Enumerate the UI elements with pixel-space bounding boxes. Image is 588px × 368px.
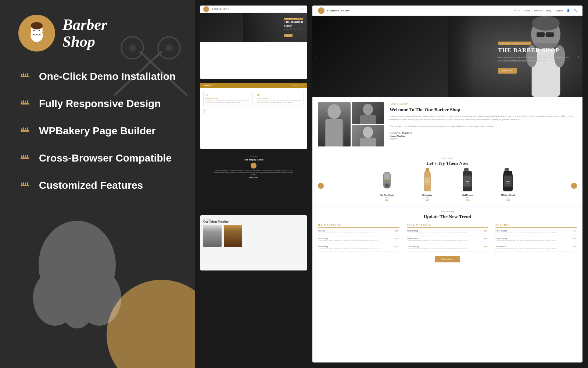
product-price-new-4: $38 bbox=[490, 199, 527, 202]
pricing-col-hair: HAIR STYLING Hair Cut Lorem ipsum is sim… bbox=[318, 223, 399, 253]
pricing-desc-shaving-3: Lorem ipsum is simply dummy text of the … bbox=[495, 248, 556, 250]
hero-sm: CHOOSE YOUR STYLE THE BARBERSHOP Lorem i… bbox=[200, 13, 307, 42]
pricing-item-hair-2: Hair Styling Lorem ipsum is simply dummy… bbox=[318, 237, 399, 244]
shop-products-list: ‹ bbox=[318, 170, 577, 202]
svg-point-41 bbox=[532, 16, 560, 31]
pricing-desc-hair-1: Lorem ipsum is simply dummy text of the … bbox=[318, 232, 379, 234]
svg-point-11 bbox=[31, 22, 43, 29]
screenshot-team: Our Experts Our Talent Member bbox=[200, 215, 307, 270]
svg-point-12 bbox=[33, 30, 35, 31]
logo-area: Barber Shop bbox=[18, 15, 180, 52]
pricing-name-shaving-3: White Facial bbox=[495, 245, 506, 248]
team-heading: Our Talent Member bbox=[203, 220, 304, 223]
preview-scroll-area[interactable]: CHOOSE YOUR STYLE THE BARBER SHOP There … bbox=[312, 16, 582, 362]
pricing-item-hair-3: Hair Tinting Lorem ipsum is simply dummy… bbox=[318, 245, 399, 252]
feature-item-browser: Cross-Browser Compatible bbox=[18, 152, 180, 165]
svg-rect-36 bbox=[23, 182, 24, 185]
nav-logo-text: BARBER SHOP bbox=[212, 8, 229, 10]
product-card-1: Flat Top Comb $100 $80 bbox=[369, 170, 405, 202]
svg-rect-32 bbox=[25, 155, 26, 158]
svg-rect-50 bbox=[326, 119, 342, 146]
pricing-price-hair-3: $22/- bbox=[395, 245, 399, 250]
pricing-item-shaving-2: Bright Tuning Lorem ipsum is simply dumm… bbox=[495, 237, 577, 244]
pricing-price-hair-2: $20/- bbox=[395, 237, 399, 242]
hero-next-arrow[interactable]: › bbox=[578, 54, 580, 59]
pricing-col-title-face: FACE MASKING bbox=[407, 223, 488, 228]
svg-rect-54 bbox=[360, 138, 376, 146]
feature-list: One-Click Demo Installation Fully Respon… bbox=[18, 70, 180, 353]
about-text-area: About Us Story Welcome To The Our Barber… bbox=[390, 102, 577, 146]
shop-prev-arrow[interactable]: ‹ bbox=[318, 183, 324, 189]
svg-text:Mo4: Mo4 bbox=[506, 180, 510, 182]
product-img-3: Mo4 GOLD bbox=[449, 170, 486, 192]
nav-link-contact[interactable]: Contact bbox=[555, 9, 563, 12]
svg-rect-20 bbox=[21, 101, 22, 104]
svg-rect-35 bbox=[21, 183, 22, 185]
product-card-3: Mo4 GOLD Gold Lamp $62 $50 bbox=[449, 170, 486, 202]
nav-link-blog[interactable]: Blog bbox=[546, 9, 552, 12]
right-panel: BARBER SHOP Home CHOOSE YOUR STYLE THE B… bbox=[195, 0, 588, 368]
nav-search-icon: 🔍 bbox=[574, 9, 577, 12]
svg-rect-52 bbox=[360, 115, 376, 124]
pricing-title: Update The New Trend bbox=[318, 214, 577, 220]
svg-rect-22 bbox=[25, 101, 26, 104]
mission-card: ◎ OUR MISSION Lorem ipsum dolor sit amet… bbox=[203, 91, 252, 106]
team-member-1 bbox=[203, 225, 222, 247]
pricing-name-face-3: Clean Shaving bbox=[407, 245, 419, 248]
product-card-4: Mo4 BRUSH Military Brush $48 $38 bbox=[490, 170, 527, 202]
feature-label-wpbakery: WPBakery Page Builder bbox=[39, 125, 155, 137]
hero-cta-button[interactable]: Book Now bbox=[498, 68, 517, 74]
mission-text: Lorem ipsum dolor sit amet and has look … bbox=[205, 100, 250, 104]
view-more-button[interactable]: View More bbox=[435, 256, 460, 262]
svg-rect-42 bbox=[537, 32, 545, 37]
screenshot-about: ABOUT Home > About ◎ OUR MISSION Lorem i… bbox=[200, 83, 307, 149]
testimonial-avatar bbox=[251, 163, 257, 169]
about-photos-grid bbox=[318, 102, 384, 146]
shop-next-arrow[interactable]: › bbox=[571, 183, 577, 189]
feature-label-responsive: Fully Responsive Design bbox=[39, 98, 161, 110]
pricing-price-face-1: $30/- bbox=[484, 230, 488, 234]
svg-rect-63 bbox=[464, 168, 469, 171]
product-card-2: OIL De Loader $68 $45 bbox=[409, 170, 446, 202]
nav-link-services[interactable]: Services bbox=[534, 9, 543, 12]
preview-left: BARBER SHOP Home CHOOSE YOUR STYLE THE B… bbox=[200, 6, 307, 362]
mission-title: OUR MISSION bbox=[205, 98, 250, 99]
product-name-4: Military Brush bbox=[490, 194, 527, 196]
pricing-col-shaving: SHAVING Face Cleaning Lorem ipsum is sim… bbox=[495, 223, 577, 253]
pricing-label: Our Pricing bbox=[318, 210, 577, 213]
svg-rect-18 bbox=[27, 73, 28, 77]
about-founder-name: Casey Mullins bbox=[390, 135, 577, 138]
svg-rect-67 bbox=[505, 168, 509, 171]
svg-rect-23 bbox=[27, 100, 28, 104]
content-cards: ◎ OUR MISSION Lorem ipsum dolor sit amet… bbox=[200, 88, 307, 109]
about-section-lg: About Us Story Welcome To The Our Barber… bbox=[312, 97, 582, 152]
hero-content: CHOOSE YOUR STYLE THE BARBER SHOP There … bbox=[498, 39, 571, 74]
testimonial-section: Testimonial Our Happy Client Contrary to… bbox=[200, 153, 307, 212]
about-story-label: About Us Story bbox=[390, 102, 577, 106]
pricing-desc-face-1: Lorem ipsum is simply dummy text of the … bbox=[407, 232, 468, 234]
about-heading: Welcome To The Our Barber Shop bbox=[390, 107, 577, 113]
svg-rect-38 bbox=[27, 182, 28, 185]
svg-rect-15 bbox=[21, 74, 22, 77]
hero-prev-arrow[interactable]: ‹ bbox=[315, 54, 317, 59]
svg-rect-33 bbox=[27, 155, 28, 158]
nav-link-about[interactable]: About bbox=[524, 9, 530, 12]
shop-section-title: Let's Try Them Now bbox=[318, 160, 577, 166]
shop-section: Our Shop Let's Try Them Now ‹ bbox=[312, 152, 582, 206]
feature-item-wpbakery: WPBakery Page Builder bbox=[18, 124, 180, 138]
pricing-col-title-hair: HAIR STYLING bbox=[318, 223, 399, 228]
comb-icon-3 bbox=[18, 124, 32, 138]
pricing-price-shaving-3: $51/- bbox=[573, 245, 577, 250]
pricing-desc-shaving-2: Lorem ipsum is simply dummy text of the … bbox=[495, 240, 556, 242]
preview-nav-links: Home About Services Blog Contact 👤 🔍 bbox=[514, 9, 577, 12]
svg-rect-27 bbox=[25, 128, 26, 131]
svg-point-13 bbox=[39, 30, 40, 31]
hero-title: THE BARBER SHOP bbox=[498, 47, 571, 54]
pricing-price-shaving-2: $13/- bbox=[573, 237, 577, 242]
pricing-price-hair-1: $55/- bbox=[395, 230, 399, 234]
comb-icon-2 bbox=[18, 97, 32, 110]
about-desc-2: The generated Lorem Ipsum is therefore a… bbox=[390, 125, 577, 128]
nav-link-home[interactable]: Home bbox=[514, 9, 520, 12]
vision-text: We offers a work is at the end and has d… bbox=[257, 100, 302, 104]
hero-tag: CHOOSE YOUR STYLE bbox=[498, 42, 531, 45]
